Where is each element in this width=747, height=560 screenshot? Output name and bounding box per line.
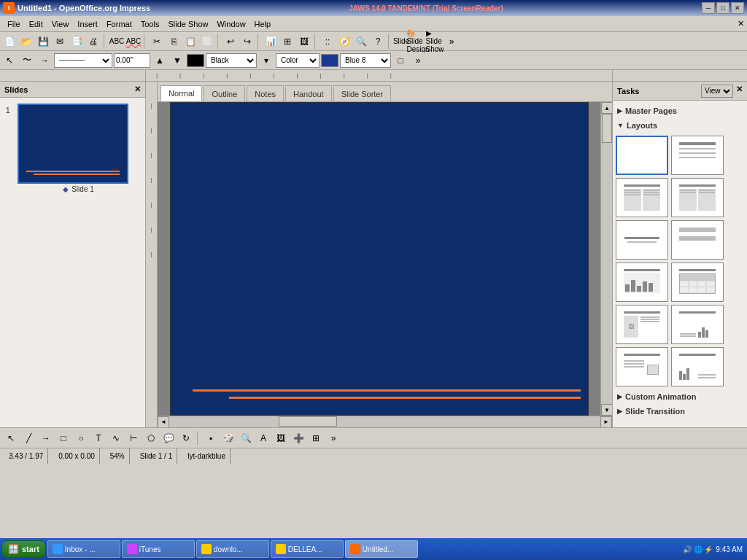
spellcheck2-button[interactable]: ABC [125,34,142,50]
layout-text-chart[interactable] [671,305,724,344]
layouts-section-header[interactable]: ▼ Layouts [616,118,744,133]
draw-callout-tool[interactable]: 💬 [160,430,177,446]
draw-rect-tool[interactable]: □ [55,430,71,446]
menu-close-button[interactable]: ✕ [738,19,744,28]
hscroll-left-button[interactable]: ◄ [158,416,169,428]
toolbar-more-btn[interactable]: » [444,34,460,50]
taskbar-untitled[interactable]: Untitled... [345,540,418,558]
slide-show-btn[interactable]: ▶ Slide Show [427,34,443,50]
layout-two-content[interactable] [616,178,668,217]
line-end-picker[interactable]: → [36,52,53,69]
spellcheck-button[interactable]: ABC [109,34,125,50]
find-button[interactable]: 🔍 [353,34,369,50]
redo-button[interactable]: ↪ [239,34,255,50]
draw-text-tool[interactable]: T [90,430,107,446]
menu-format[interactable]: Format [102,18,136,30]
hscroll-thumb[interactable] [279,416,337,427]
horizontal-scrollbar[interactable]: ◄ ► [158,416,612,427]
tab-notes[interactable]: Notes [247,85,284,101]
undo-button[interactable]: ↩ [222,34,239,50]
slide-transition-section[interactable]: ▶ Slide Transition [616,404,744,419]
draw-image-tool[interactable]: 🖼 [273,430,289,446]
scroll-down-button[interactable]: ▼ [601,404,612,416]
pdf-button[interactable]: 📑 [69,34,85,50]
taskbar-dellea[interactable]: DELLEA... [271,540,344,558]
menu-slideshow[interactable]: Slide Show [163,18,212,30]
maximize-button[interactable]: □ [716,2,729,14]
close-button[interactable]: ✕ [731,2,744,14]
line-width-down[interactable]: ▼ [169,52,185,69]
start-button[interactable]: 🪟 start [1,540,46,558]
paste-button[interactable]: 📋 [182,34,198,50]
email-button[interactable]: ✉ [52,34,68,50]
menu-window[interactable]: Window [212,18,249,30]
scroll-thumb[interactable] [602,114,612,143]
shadow-btn[interactable]: □ [392,52,409,69]
draw-connector-tool[interactable]: ⊢ [125,430,142,446]
table-button[interactable]: ⊞ [279,34,295,50]
pointer-tool[interactable]: ↖ [1,52,18,69]
draw-zoom-tool[interactable]: 🔍 [238,430,254,446]
cut-button[interactable]: ✂ [149,34,165,50]
draw-insert-tool[interactable]: ➕ [290,430,306,446]
menu-edit[interactable]: Edit [25,18,47,30]
master-pages-section[interactable]: ▶ Master Pages [616,104,744,118]
fill-color-select[interactable]: Blue 8 [340,53,391,68]
color-mode-select[interactable]: Color [276,53,320,68]
layout-title-content[interactable] [671,136,724,175]
vertical-scrollbar[interactable]: ▲ ▼ [600,102,612,416]
gallery-button[interactable]: 🖼 [296,34,312,50]
nav-button[interactable]: 🧭 [336,34,352,50]
print-button[interactable]: 🖨 [85,34,101,50]
taskbar-inbox[interactable]: Inbox - ... [47,540,120,558]
save-button[interactable]: 💾 [35,34,51,50]
slides-panel-close[interactable]: ✕ [134,85,141,94]
tasks-view-select[interactable]: View [701,85,733,98]
tab-normal[interactable]: Normal [160,85,202,101]
draw-3d-tool[interactable]: 🎲 [220,430,236,446]
layout-title-two-content[interactable] [671,178,724,217]
toolbar2-more-btn[interactable]: » [410,52,426,69]
line-style-select[interactable]: ───── [54,53,112,68]
tab-slide-sorter[interactable]: Slide Sorter [333,85,391,101]
bezier-tool[interactable]: 〜 [19,52,35,69]
minimize-button[interactable]: ─ [702,2,715,14]
taskbar-itunes[interactable]: iTunes [122,540,195,558]
hscroll-track[interactable] [169,416,600,428]
hscroll-right-button[interactable]: ► [600,416,612,428]
copy-button[interactable]: ⎘ [166,34,182,50]
slide-thumbnail-1[interactable] [18,104,128,184]
draw-curve-tool[interactable]: ∿ [108,430,124,446]
color-name-select[interactable]: Black [206,53,257,68]
line-width-up[interactable]: ▲ [152,52,168,69]
draw-select-tool[interactable]: ↖ [3,430,19,446]
layout-chart[interactable] [616,262,668,302]
layout-title-only[interactable] [671,220,724,260]
layout-table[interactable] [671,262,724,302]
draw-more-tool[interactable]: » [325,430,341,446]
slide-design-btn[interactable]: 🎨 Slide Design [410,34,426,50]
menu-tools[interactable]: Tools [136,18,164,30]
layout-bars-text[interactable] [671,347,724,386]
grid-button[interactable]: :: [320,34,336,50]
tab-outline[interactable]: Outline [204,85,245,101]
scroll-track[interactable] [601,114,612,404]
draw-fontwork-tool[interactable]: A [255,430,271,446]
draw-polygon-tool[interactable]: ⬠ [143,430,159,446]
draw-ellipse-tool[interactable]: ○ [73,430,89,446]
draw-shadow-tool[interactable]: ▪ [203,430,219,446]
menu-file[interactable]: File [3,18,25,30]
layout-centered[interactable] [616,220,668,260]
layout-blank[interactable] [616,136,668,175]
clone-button[interactable]: ⬜ [199,34,215,50]
new-button[interactable]: 📄 [1,34,18,50]
layout-title-lines[interactable] [616,347,668,386]
draw-align-tool[interactable]: ⊞ [308,430,324,446]
tab-handout[interactable]: Handout [285,85,332,101]
taskbar-download[interactable]: downlo... [196,540,269,558]
menu-help[interactable]: Help [250,18,276,30]
custom-animation-section[interactable]: ▶ Custom Animation [616,389,744,404]
draw-line-tool[interactable]: ╱ [20,430,36,446]
open-button[interactable]: 📂 [18,34,34,50]
menu-view[interactable]: View [47,18,74,30]
